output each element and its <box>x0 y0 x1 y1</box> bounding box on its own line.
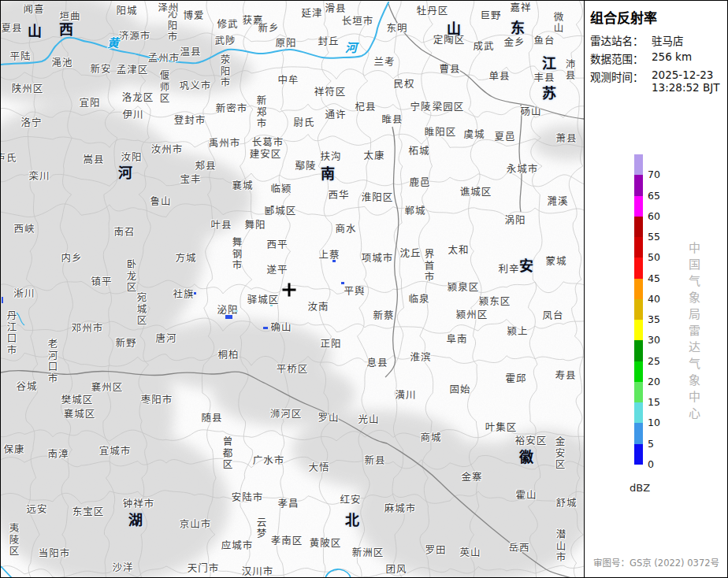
map-label-county: 桐柏 <box>217 346 239 361</box>
map-label-county: 安陆市 <box>232 489 264 504</box>
map-label-county: 牡丹区 <box>417 2 449 17</box>
map-label-county: 成武 <box>473 38 494 53</box>
colorbar-segment-45-50 <box>634 258 643 278</box>
map-label-county: 孝南区 <box>271 532 303 547</box>
map-label-county: 太康 <box>363 147 384 162</box>
colorbar-tick: 35 <box>648 313 660 325</box>
map-label-county: 泌阳 <box>217 302 238 317</box>
map-label-county: 天门市 <box>188 560 220 575</box>
map-label-county: 阳城 <box>116 2 137 17</box>
map-label-county: 登封市 <box>174 112 206 127</box>
range-row: 数据范围： 256 km <box>590 50 692 66</box>
map-label-county: 建安区 <box>250 146 282 161</box>
map-label-county: 洛宁 <box>20 114 42 129</box>
map-label-county: 正阳 <box>320 335 341 350</box>
map-label-county: 兰考 <box>373 54 395 69</box>
map-label-county: 舞阳 <box>244 217 266 232</box>
map-label-county: 郸城 <box>404 202 425 217</box>
colorbar-tick: 55 <box>648 231 660 243</box>
radar-map[interactable]: 闻喜垣曲阳城泽州博爱夏县济源市修武获嘉新乡延津滑县长垣市牡丹区巨野嘉祥东明定陶区… <box>1 1 584 578</box>
map-label-county: 京山市 <box>180 516 212 531</box>
map-label-county: 西平 <box>266 236 288 251</box>
map-label-county: 颍上 <box>507 323 528 338</box>
colorbar-segment-40-45 <box>634 279 643 299</box>
map-label-province: 安 <box>519 254 533 275</box>
map-label-county: 鲁山 <box>150 193 171 208</box>
map-label-county: 新野 <box>115 335 136 350</box>
map-label-county: 霍邱 <box>505 370 526 385</box>
map-label-county: 罗山 <box>318 409 339 424</box>
colorbar-segment-70+ <box>634 154 643 175</box>
map-label-county: 利辛 <box>498 261 519 276</box>
radar-echo <box>234 310 238 312</box>
map-label-county: 襄城 <box>232 177 253 192</box>
map-label-province: 山 <box>28 20 42 40</box>
map-label-county: 闻喜 <box>23 1 44 16</box>
map-label-county: 淮阳区 <box>362 189 394 204</box>
map-label-county: 孝昌 <box>277 495 299 510</box>
map-label-county: 曹县 <box>439 61 460 76</box>
map-label-county: 罗田 <box>425 542 446 557</box>
map-label-county: 宜阳 <box>79 94 100 109</box>
map-label-county: 新密市 <box>216 100 248 115</box>
info-panel: 组合反射率 雷达站名： 驻马店 数据范围： 256 km 观测时间： 2025-… <box>584 1 728 578</box>
map-label-county-vertical: 卧龙区 <box>124 259 139 294</box>
map-label-county-vertical: 金安区 <box>552 436 567 471</box>
map-label-county: 南召 <box>113 224 135 239</box>
map-label-county: 涡阳 <box>504 212 526 227</box>
map-label-county: 谯城区 <box>460 183 492 198</box>
map-label-river: 黄 <box>107 34 120 50</box>
map-label-county: 汝州市 <box>151 141 184 156</box>
map-label-county: 淮滨 <box>410 349 431 364</box>
map-label-county: 叶集区 <box>485 419 518 434</box>
map-approval-number: 审图号：GS京 (2022) 0372号 <box>593 556 719 569</box>
map-label-county: 钟祥市 <box>123 495 155 510</box>
map-label-county: 修武 <box>217 16 238 31</box>
time-value: 2025-12-23 13:28:52 BJT <box>652 69 719 94</box>
map-label-county: 陕州区 <box>12 80 44 95</box>
map-label-county: 长垣市 <box>342 13 374 28</box>
colorbar-tick: 60 <box>648 210 660 222</box>
station-value: 驻马店 <box>652 32 684 48</box>
map-label-county: 沈丘 <box>399 245 421 260</box>
map-label-county: 寿县 <box>555 367 576 382</box>
radar-station-marker <box>283 283 296 297</box>
map-label-county: 单县 <box>488 68 510 83</box>
map-label-county: 谷城 <box>16 378 37 393</box>
map-label-province: 徽 <box>519 446 533 466</box>
map-label-county: 柘城 <box>408 143 429 157</box>
map-label-county-vertical: 界首市 <box>422 249 436 283</box>
colorbar-segment-30-35 <box>634 320 643 340</box>
map-label-county-vertical: 丹江口市 <box>4 310 19 356</box>
map-label-county-vertical: 潜山市 <box>553 529 568 564</box>
map-label-county: 尉氏 <box>293 114 314 129</box>
map-label-county: 岳西 <box>508 539 529 554</box>
map-label-county: 襄城区 <box>64 406 96 421</box>
map-label-county: 大悟 <box>308 459 329 474</box>
colorbar-unit: dBZ <box>630 482 650 494</box>
map-label-county: 濉溪 <box>547 193 568 208</box>
colorbar-tick: 70 <box>648 169 660 180</box>
map-label-county: 黄陂区 <box>310 535 342 550</box>
map-label-county: 睢阳区 <box>425 124 457 139</box>
map-label-county: 内乡 <box>61 250 82 265</box>
colorbar-segment-50-55 <box>634 237 643 258</box>
map-label-county: 禹州市 <box>209 135 241 150</box>
map-label-county: 息县 <box>366 354 388 369</box>
map-label-county: 远安 <box>26 501 47 516</box>
colorbar-segment-65-70 <box>634 175 643 195</box>
map-label-county: 嵩县 <box>83 151 104 166</box>
map-label-county: 裕安区 <box>515 432 548 447</box>
map-label-county: 新乡 <box>258 20 279 35</box>
map-label-county: 萧县 <box>555 130 577 145</box>
colorbar-segment-0-5 <box>634 444 643 465</box>
map-label-province: 湖 <box>128 509 143 529</box>
colorbar-tick: 45 <box>648 272 660 284</box>
map-label-county: 永城市 <box>507 161 539 176</box>
map-label-county: 宜城市 <box>99 443 132 458</box>
map-label-county: 镇平 <box>91 273 112 288</box>
map-label-county: 汝南 <box>307 298 329 313</box>
map-label-county: 武陟 <box>214 32 236 47</box>
map-label-county: 温县 <box>180 43 201 58</box>
map-label-county: 沙洋 <box>112 559 133 574</box>
